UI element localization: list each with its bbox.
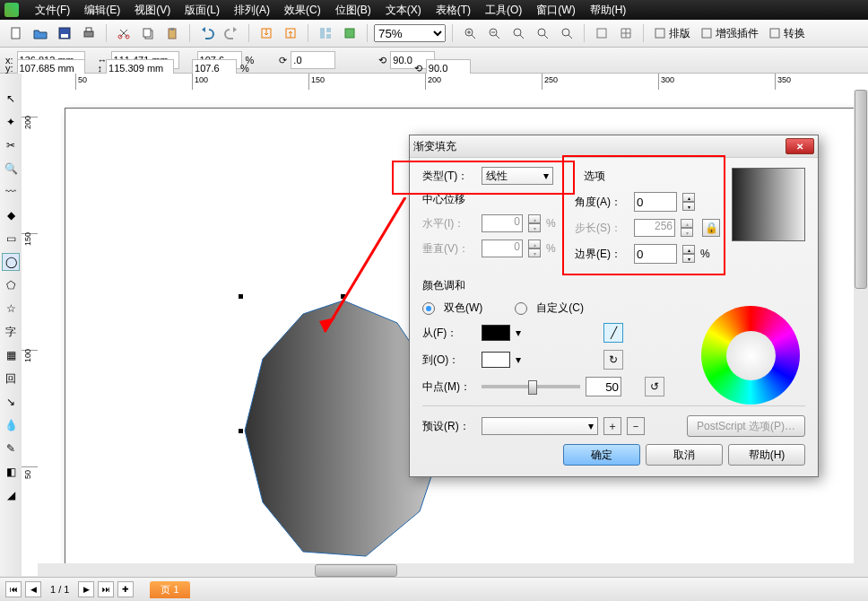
cut-icon[interactable] (113, 22, 135, 44)
zoom-all-icon[interactable] (556, 22, 577, 44)
svg-point-21 (562, 29, 569, 36)
save-icon[interactable] (54, 22, 75, 44)
menu-item[interactable]: 文件(F) (28, 1, 77, 20)
svg-point-20 (538, 29, 545, 36)
export-icon[interactable] (280, 22, 301, 44)
snap-icon[interactable] (591, 22, 612, 44)
svg-rect-23 (655, 29, 664, 38)
sy-input[interactable] (192, 59, 237, 74)
glyph2-icon: ⟲ (414, 63, 422, 74)
svg-rect-15 (326, 34, 331, 39)
svg-rect-2 (61, 34, 68, 38)
paste-icon[interactable] (161, 22, 183, 44)
svg-rect-8 (143, 29, 151, 37)
g2-input[interactable] (426, 59, 471, 74)
menu-item[interactable]: 窗口(W) (529, 1, 582, 20)
launch-icon[interactable] (339, 22, 360, 44)
app-logo (4, 3, 19, 17)
toolbar-button[interactable]: 转换 (765, 26, 809, 41)
h-icon: ↕ (98, 63, 103, 74)
svg-rect-0 (12, 28, 20, 39)
new-icon[interactable] (5, 22, 27, 44)
zoom-combo[interactable]: 75% (374, 24, 446, 42)
copy-icon[interactable] (137, 22, 159, 44)
menu-bar: 文件(F)编辑(E)视图(V)版面(L)排列(A)效果(C)位图(B)文本(X)… (0, 0, 868, 20)
zoom-fit-icon[interactable] (532, 22, 553, 44)
zoom-out-icon[interactable] (483, 22, 505, 44)
layout-icon[interactable] (315, 22, 336, 44)
open-icon[interactable] (30, 22, 51, 44)
y-input[interactable] (17, 59, 85, 74)
svg-rect-3 (84, 31, 93, 37)
menu-item[interactable]: 帮助(H) (583, 1, 634, 20)
undo-icon[interactable] (196, 22, 218, 44)
menu-item[interactable]: 视图(V) (127, 1, 178, 20)
menu-item[interactable]: 编辑(E) (77, 1, 127, 20)
menu-item[interactable]: 位图(B) (328, 1, 378, 20)
svg-rect-24 (702, 29, 711, 38)
svg-rect-10 (170, 28, 174, 30)
menu-item[interactable]: 排列(A) (227, 1, 277, 20)
svg-point-19 (514, 29, 521, 36)
svg-rect-14 (326, 28, 331, 32)
toolbar-button[interactable]: 增强插件 (697, 26, 762, 41)
svg-rect-13 (320, 28, 325, 39)
y-label: y: (5, 63, 13, 74)
menu-item[interactable]: 版面(L) (178, 1, 227, 20)
svg-rect-4 (86, 28, 91, 31)
redo-icon[interactable] (221, 22, 242, 44)
menu-item[interactable]: 工具(O) (478, 1, 529, 20)
main-toolbar: 75% 排版增强插件转换 (0, 20, 868, 48)
import-icon[interactable] (256, 22, 277, 44)
print-icon[interactable] (78, 22, 100, 44)
h-input[interactable] (106, 59, 174, 74)
grid-icon[interactable] (615, 22, 637, 44)
toolbar-button[interactable]: 排版 (650, 26, 694, 41)
zoom-page-icon[interactable] (508, 22, 529, 44)
svg-rect-22 (597, 29, 606, 38)
menu-item[interactable]: 表格(T) (429, 1, 478, 20)
menu-item[interactable]: 文本(X) (378, 1, 429, 20)
svg-rect-16 (345, 29, 354, 38)
svg-rect-25 (770, 29, 779, 38)
zoom-in-icon[interactable] (459, 22, 481, 44)
menu-item[interactable]: 效果(C) (277, 1, 328, 20)
